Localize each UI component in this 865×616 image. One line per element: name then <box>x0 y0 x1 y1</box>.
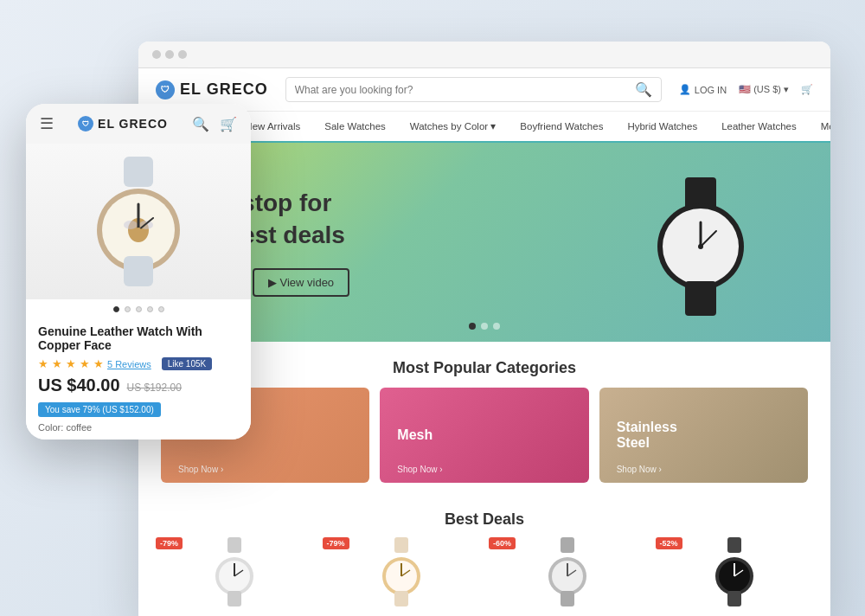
star-5: ★ <box>93 357 104 370</box>
svg-point-5 <box>698 244 703 249</box>
color-label: Color: coffee <box>38 422 239 433</box>
svg-rect-13 <box>394 537 408 553</box>
logo-icon: 🛡 <box>156 80 175 99</box>
browser-dots <box>152 50 187 59</box>
deal-watch-1 <box>208 537 260 606</box>
svg-point-39 <box>136 228 141 233</box>
svg-rect-18 <box>394 591 408 606</box>
deals-row: -79% -79% -60% <box>138 537 830 616</box>
browser-dot-1 <box>152 50 161 59</box>
mobile-phone: ☰ 🛡 El Greco 🔍 🛒 <box>26 104 251 440</box>
header-actions: 👤 LOG IN 🇺🇸 (US $) ▾ 🛒 <box>679 84 813 95</box>
category-steel-shop: Shop Now › <box>617 465 662 474</box>
nav-more[interactable]: More ▾ <box>809 112 830 141</box>
mobile-logo-text: El Greco <box>98 117 168 131</box>
category-mesh-shop: Shop Now › <box>397 465 442 474</box>
best-deals-title: Best Deals <box>138 497 830 537</box>
hero-carousel-dots <box>469 323 500 330</box>
category-mesh[interactable]: Mesh Shop Now › <box>380 388 588 483</box>
savings-badge: You save 79% (US $152.00) <box>38 402 161 417</box>
deal-badge-4: -52% <box>656 537 682 549</box>
star-rating: ★ ★ ★ ★ ★ 5 Reviews Like 105K <box>38 357 239 370</box>
deal-card-1[interactable]: -79% <box>156 537 314 606</box>
like-button[interactable]: Like 105K <box>162 357 212 370</box>
deal-watch-3 <box>541 537 593 606</box>
search-bar[interactable]: 🔍 <box>285 77 662 102</box>
deal-badge-1: -79% <box>156 537 183 549</box>
mobile-logo-icon: 🛡 <box>78 116 93 132</box>
currency-selector[interactable]: 🇺🇸 (US $) ▾ <box>739 84 789 95</box>
store-logo-text: El Greco <box>180 80 268 99</box>
deal-watch-2 <box>375 537 427 606</box>
mobile-dot-3[interactable] <box>136 306 142 312</box>
category-steel-label: StainlessSteel <box>617 420 677 451</box>
browser-chrome <box>138 42 830 68</box>
mobile-header: ☰ 🛡 El Greco 🔍 🛒 <box>26 104 251 144</box>
original-price: US $192.00 <box>127 382 182 394</box>
mobile-product-image <box>26 144 251 299</box>
user-icon: 👤 <box>679 84 691 95</box>
svg-rect-30 <box>727 591 741 606</box>
nav-hybrid-watches[interactable]: Hybrid Watches <box>615 112 709 140</box>
mobile-header-icons: 🔍 🛒 <box>192 116 237 132</box>
mobile-watch-svg <box>82 152 195 291</box>
mobile-carousel-dots <box>26 299 251 318</box>
mobile-dot-4[interactable] <box>147 306 153 312</box>
svg-point-35 <box>124 221 138 229</box>
mobile-logo: 🛡 El Greco <box>78 116 168 132</box>
star-2: ★ <box>52 357 62 370</box>
mobile-product-info: Genuine Leather Watch With Copper Face ★… <box>26 318 251 440</box>
nav-sale-watches[interactable]: Sale Watches <box>312 112 398 140</box>
currency-label: 🇺🇸 (US $) ▾ <box>739 84 789 95</box>
view-video-button[interactable]: ▶ View video <box>253 268 349 297</box>
nav-leather-watches[interactable]: Leather Watches <box>709 112 809 140</box>
deal-card-3[interactable]: -60% <box>489 537 647 606</box>
login-label: LOG IN <box>695 85 727 95</box>
hero-dot-3[interactable] <box>493 323 500 330</box>
svg-rect-6 <box>685 281 716 316</box>
hamburger-icon[interactable]: ☰ <box>40 114 54 133</box>
svg-rect-7 <box>227 537 241 553</box>
mobile-cart-icon[interactable]: 🛒 <box>220 116 237 132</box>
mobile-dot-5[interactable] <box>158 306 164 312</box>
svg-rect-12 <box>227 591 241 606</box>
deal-watch-4 <box>708 537 760 606</box>
deal-card-2[interactable]: -79% <box>323 537 481 606</box>
hero-dot-1[interactable] <box>469 323 476 330</box>
login-button[interactable]: 👤 LOG IN <box>679 84 727 95</box>
category-steel[interactable]: StainlessSteel Shop Now › <box>599 388 808 483</box>
hero-dot-2[interactable] <box>481 323 488 330</box>
svg-rect-31 <box>124 157 153 187</box>
deal-card-4[interactable]: -52% <box>656 537 814 606</box>
nav-watches-by-color[interactable]: Watches by Color ▾ <box>398 112 509 141</box>
search-icon: 🔍 <box>635 81 652 98</box>
hero-watch-decoration <box>623 160 778 333</box>
deal-badge-3: -60% <box>489 537 516 549</box>
mobile-search-icon[interactable]: 🔍 <box>192 116 209 132</box>
category-mesh-label: Mesh <box>397 427 432 443</box>
svg-rect-19 <box>561 537 574 553</box>
mobile-dot-2[interactable] <box>125 306 131 312</box>
mobile-dot-1[interactable] <box>113 306 119 312</box>
store-header: 🛡 El Greco 🔍 👤 LOG IN 🇺🇸 (US $) ▾ 🛒 <box>138 68 830 112</box>
current-price: US $40.00 <box>38 375 120 395</box>
store-logo: 🛡 El Greco <box>156 80 268 99</box>
deal-badge-2: -79% <box>323 537 349 549</box>
browser-dot-3 <box>178 50 187 59</box>
browser-dot-2 <box>165 50 174 59</box>
star-4: ★ <box>80 357 90 370</box>
cart-icon: 🛒 <box>801 84 813 95</box>
svg-rect-24 <box>561 591 574 606</box>
svg-rect-25 <box>727 537 741 553</box>
nav-boyfriend-watches[interactable]: Boyfriend Watches <box>508 112 615 140</box>
reviews-link[interactable]: 5 Reviews <box>107 359 151 369</box>
star-3: ★ <box>66 357 76 370</box>
search-input[interactable] <box>295 84 635 96</box>
svg-rect-40 <box>124 256 153 286</box>
price-row: US $40.00 US $192.00 <box>38 375 239 395</box>
mobile-product-title: Genuine Leather Watch With Copper Face <box>38 324 239 352</box>
star-1: ★ <box>38 357 48 370</box>
watch-svg <box>640 169 761 324</box>
category-leather-shop: Shop Now › <box>178 465 223 474</box>
cart-button[interactable]: 🛒 <box>801 84 813 95</box>
